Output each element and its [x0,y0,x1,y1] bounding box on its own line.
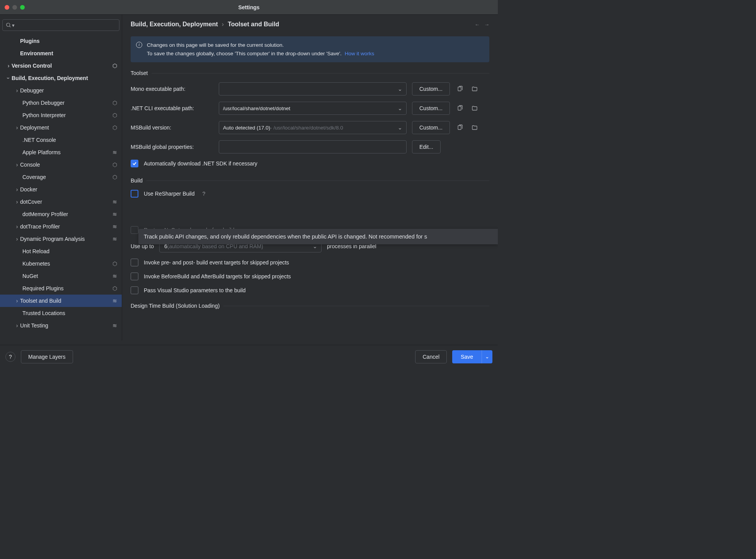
save-dropdown-button[interactable]: ⌄ [482,350,492,363]
chevron-down-icon: ⌄ [398,105,402,111]
svg-line-1 [10,26,11,27]
maximize-window-button[interactable] [20,5,25,10]
layers-icon: ≋ [112,322,117,329]
how-it-works-link[interactable]: How it works [345,51,375,56]
sidebar-item-python-interpreter[interactable]: Python Interpreter⬡ [0,109,122,121]
scope-icon: ⬡ [112,285,117,291]
sidebar-item-apple-platforms[interactable]: Apple Platforms≋ [0,146,122,158]
auto-download-sdk-checkbox[interactable] [131,160,138,167]
svg-point-0 [7,23,10,27]
scope-icon: ⬡ [112,112,117,118]
pass-vs-params-label: Pass Visual Studio parameters to the bui… [144,287,246,293]
pass-vs-params-checkbox[interactable] [131,286,138,294]
layers-icon: ≋ [112,149,117,155]
invoke-prepost-label: Invoke pre- and post- build event target… [144,259,289,266]
mono-path-select[interactable]: ⌄ [219,82,407,95]
sidebar-item-console[interactable]: ›Console⬡ [0,158,122,171]
folder-icon[interactable] [470,84,479,94]
minimize-window-button[interactable] [12,5,17,10]
info-icon: i [136,42,142,48]
banner-line1: Changes on this page will be saved for t… [147,41,374,49]
chevron-right-icon: › [222,21,224,28]
titlebar: Settings [0,0,498,15]
netcli-custom-button[interactable]: Custom... [412,102,450,115]
sidebar-item-python-debugger[interactable]: Python Debugger⬡ [0,97,122,109]
use-resharper-build-label: Use ReSharper Build [144,191,195,197]
sidebar-item-dotcover[interactable]: ›dotCover≋ [0,196,122,208]
invoke-prepost-checkbox[interactable] [131,259,138,266]
sidebar-item-debugger[interactable]: ›Debugger [0,84,122,97]
sidebar-item-dottrace-profiler[interactable]: ›dotTrace Profiler≋ [0,220,122,233]
nav-back-button[interactable]: ← [475,22,480,27]
copy-icon[interactable] [455,123,465,132]
copy-icon[interactable] [455,84,465,94]
search-input[interactable]: ▾ [2,19,119,31]
sidebar-item-unit-testing[interactable]: ›Unit Testing≋ [0,319,122,332]
copy-icon[interactable] [455,104,465,113]
svg-rect-4 [458,126,461,130]
use-resharper-build-checkbox[interactable] [131,190,138,198]
sidebar-item-toolset-and-build[interactable]: ›Toolset and Build≋ [0,295,122,307]
sidebar-item-environment[interactable]: Environment [0,47,122,60]
scope-icon: ⬡ [112,261,117,267]
sidebar-item-dotmemory-profiler[interactable]: dotMemory Profiler≋ [0,208,122,220]
sidebar-item-plugins[interactable]: Plugins [0,35,122,47]
layers-icon: ≋ [112,199,117,205]
chevron-down-icon: ⌄ [398,124,402,131]
tooltip: Track public API changes, and only rebui… [138,229,498,244]
restore-nuget-checkbox[interactable] [131,226,138,234]
edit-button[interactable]: Edit... [412,140,441,153]
mono-custom-button[interactable]: Custom... [412,82,450,95]
manage-layers-button[interactable]: Manage Layers [21,350,73,363]
sidebar-item-dynamic-program-analysis[interactable]: ›Dynamic Program Analysis≋ [0,233,122,245]
scope-icon: ⬡ [112,100,117,106]
netcli-path-select[interactable]: /usr/local/share/dotnet/dotnet⌄ [219,102,407,115]
chevron-down-icon: ⌄ [398,86,402,92]
netcli-path-label: .NET CLI executable path: [131,105,213,111]
sidebar-item-deployment[interactable]: ›Deployment⬡ [0,121,122,134]
help-button[interactable]: ? [5,352,15,362]
layers-icon: ≋ [112,223,117,230]
cancel-button[interactable]: Cancel [415,350,447,363]
sidebar-item-coverage[interactable]: Coverage⬡ [0,171,122,183]
save-button[interactable]: Save [452,350,482,363]
sidebar-item-required-plugins[interactable]: Required Plugins⬡ [0,282,122,295]
svg-rect-3 [458,106,461,110]
folder-icon[interactable] [470,123,479,132]
scope-icon: ⬡ [112,174,117,180]
scope-icon: ⬡ [112,63,117,69]
dialog-footer: ? Manage Layers Cancel Save ⌄ [0,345,498,368]
msbuild-props-label: MSBuild global properties: [131,144,213,150]
sidebar-item-trusted-locations[interactable]: Trusted Locations [0,307,122,319]
sidebar-item-build-execution-deployment[interactable]: ›Build, Execution, Deployment [0,72,122,84]
sidebar-item-kubernetes[interactable]: Kubernetes⬡ [0,257,122,270]
msbuild-props-input[interactable] [219,140,407,153]
breadcrumb-root[interactable]: Build, Execution, Deployment [131,21,218,28]
layers-icon: ≋ [112,273,117,279]
msbuild-version-label: MSBuild version: [131,124,213,131]
section-build: Build [131,177,489,184]
svg-rect-2 [458,87,461,91]
mono-path-label: Mono executable path: [131,86,213,92]
folder-icon[interactable] [470,104,479,113]
sidebar-item-net-console[interactable]: .NET Console [0,134,122,146]
invoke-beforeafter-checkbox[interactable] [131,273,138,280]
sidebar-item-hot-reload[interactable]: Hot Reload [0,245,122,257]
msbuild-version-select[interactable]: Auto detected (17.0) - /usr/local/share/… [219,121,407,134]
sidebar-item-version-control[interactable]: ›Version Control⬡ [0,60,122,72]
banner-line2: To save the changes globally, choose 'Th… [147,51,342,56]
search-icon [6,22,11,28]
sidebar-item-nuget[interactable]: NuGet≋ [0,270,122,282]
breadcrumb: Build, Execution, Deployment › Toolset a… [131,21,489,28]
msbuild-custom-button[interactable]: Custom... [412,121,450,134]
scope-icon: ⬡ [112,162,117,168]
section-toolset: Toolset [131,70,489,76]
invoke-beforeafter-label: Invoke BeforeBuild and AfterBuild target… [144,273,291,280]
close-window-button[interactable] [5,5,9,10]
nav-forward-button[interactable]: → [484,22,489,27]
layers-icon: ≋ [112,211,117,217]
window-title: Settings [238,4,259,10]
help-icon[interactable]: ? [203,191,206,197]
breadcrumb-current: Toolset and Build [228,21,279,28]
sidebar-item-docker[interactable]: ›Docker [0,183,122,196]
